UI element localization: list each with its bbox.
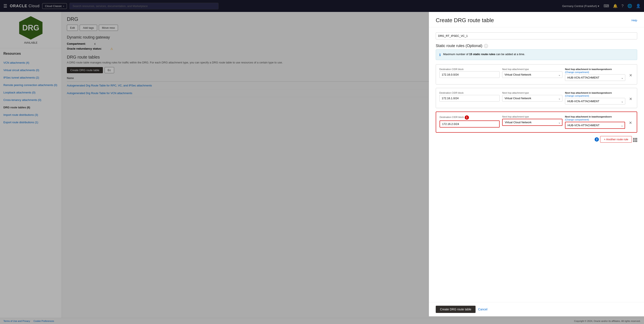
route-rule-1: Destination CIDR block Next hop attachme… bbox=[436, 64, 637, 84]
nexthop-type-col-3: Next hop attachment type Virtual Cloud N… bbox=[502, 115, 562, 126]
nexthop-type-select-3[interactable]: Virtual Cloud Network bbox=[502, 119, 562, 126]
nexthop-type-select-wrapper-3: Virtual Cloud Network bbox=[502, 119, 562, 126]
nexthop-select-1[interactable]: HUB-VCN-ATTACHMENT bbox=[565, 74, 625, 81]
modal-body: Static route rules (Optional) i ℹ Maximu… bbox=[429, 27, 644, 302]
change-compartment-link-2[interactable]: (Change compartment) bbox=[565, 94, 625, 97]
badge-1: 1 bbox=[465, 115, 469, 120]
cancel-button[interactable]: Cancel bbox=[478, 308, 488, 311]
name-field bbox=[436, 32, 637, 39]
modal-help-link[interactable]: Help bbox=[632, 19, 637, 22]
remove-rule-2-button[interactable]: ✕ bbox=[628, 95, 634, 103]
nexthop-select-2[interactable]: HUB-VCN-ATTACHMENT bbox=[565, 98, 625, 104]
info-circle-icon: i bbox=[484, 44, 488, 48]
dest-cidr-col-3: Destination CIDR block 1 bbox=[440, 115, 500, 127]
create-drg-route-table-modal: Create DRG route table Help Static route… bbox=[429, 12, 644, 316]
nexthop-type-select-wrapper-2: Virtual Cloud Network bbox=[502, 95, 562, 101]
dest-cidr-input-3[interactable] bbox=[440, 120, 500, 127]
nexthop-attachment-col-2: Next hop attachment in iwanhoogendoorn (… bbox=[565, 91, 625, 104]
modal-header: Create DRG route table Help bbox=[429, 12, 644, 27]
route-rule-1-row: Destination CIDR block Next hop attachme… bbox=[439, 68, 634, 81]
name-input[interactable] bbox=[436, 32, 637, 39]
route-rule-2-row: Destination CIDR block Next hop attachme… bbox=[439, 91, 634, 104]
nexthop-select-wrapper-1: HUB-VCN-ATTACHMENT bbox=[565, 74, 625, 81]
static-route-rules-label: Static route rules (Optional) i bbox=[436, 44, 637, 48]
dest-cidr-input-1[interactable] bbox=[439, 71, 500, 78]
badge-2: 2 bbox=[594, 137, 599, 142]
add-rule-badge-area: 2 + Another route rule bbox=[594, 136, 637, 143]
nexthop-attachment-col-1: Next hop attachment in iwanhoogendoorn (… bbox=[565, 68, 625, 81]
dest-cidr-col-1: Destination CIDR block bbox=[439, 68, 500, 78]
grid-icon bbox=[633, 138, 637, 142]
modal-footer: Create DRG route table Cancel bbox=[429, 302, 644, 316]
nexthop-select-3[interactable]: HUB-VCN-ATTACHMENT bbox=[565, 122, 625, 129]
info-banner: ℹ Maximum number of 15 static route rule… bbox=[436, 49, 637, 60]
route-rule-3-row: Destination CIDR block 1 Next hop attach… bbox=[440, 115, 633, 129]
modal-title: Create DRG route table bbox=[436, 17, 494, 24]
nexthop-type-col-2: Next hop attachment type Virtual Cloud N… bbox=[502, 91, 562, 101]
info-icon: ℹ bbox=[439, 53, 440, 57]
nexthop-type-col-1: Next hop attachment type Virtual Cloud N… bbox=[502, 68, 562, 78]
nexthop-type-select-wrapper-1: Virtual Cloud Network bbox=[502, 71, 562, 78]
nexthop-type-select-2[interactable]: Virtual Cloud Network bbox=[502, 95, 562, 101]
nexthop-select-wrapper-3: HUB-VCN-ATTACHMENT bbox=[565, 122, 625, 129]
create-button[interactable]: Create DRG route table bbox=[436, 306, 476, 313]
add-rule-row: 2 + Another route rule bbox=[436, 136, 637, 143]
dest-cidr-input-2[interactable] bbox=[439, 95, 500, 101]
add-rule-button[interactable]: + Another route rule bbox=[600, 136, 632, 143]
route-rule-2: Destination CIDR block Next hop attachme… bbox=[436, 88, 637, 108]
nexthop-select-wrapper-2: HUB-VCN-ATTACHMENT bbox=[565, 98, 625, 104]
nexthop-attachment-col-3: Next hop attachment in iwanhoogendoorn (… bbox=[565, 115, 625, 129]
remove-rule-1-button[interactable]: ✕ bbox=[628, 72, 634, 79]
nexthop-type-select-1[interactable]: Virtual Cloud Network bbox=[502, 71, 562, 78]
remove-rule-3-button[interactable]: ✕ bbox=[628, 119, 633, 126]
change-compartment-link-3[interactable]: (Change compartment) bbox=[565, 118, 625, 121]
dest-cidr-col-2: Destination CIDR block bbox=[439, 91, 500, 101]
route-rule-3: Destination CIDR block 1 Next hop attach… bbox=[436, 112, 637, 133]
change-compartment-link-1[interactable]: (Change compartment) bbox=[565, 71, 625, 73]
